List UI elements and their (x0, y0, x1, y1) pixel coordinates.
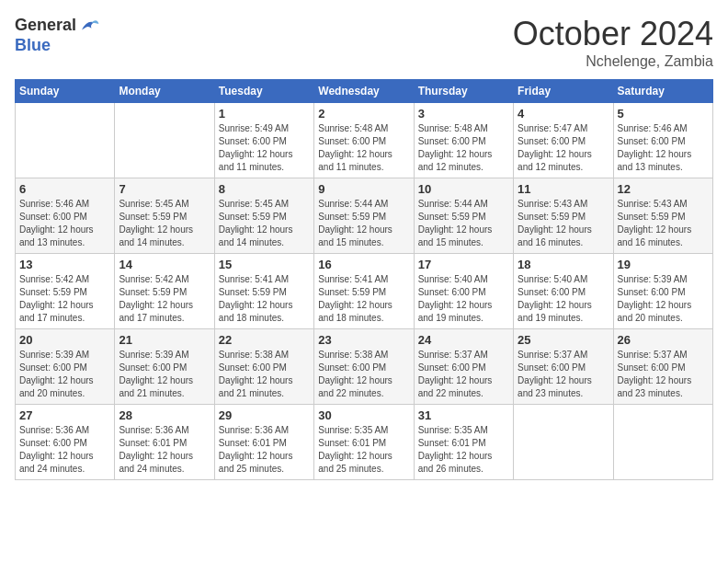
day-number: 26 (618, 333, 709, 347)
day-number: 27 (19, 408, 110, 422)
day-info: Sunrise: 5:36 AM Sunset: 6:00 PM Dayligh… (19, 424, 110, 476)
calendar-cell: 24Sunrise: 5:37 AM Sunset: 6:00 PM Dayli… (414, 329, 513, 405)
day-info: Sunrise: 5:43 AM Sunset: 5:59 PM Dayligh… (618, 198, 709, 249)
logo-general-text: General (15, 17, 76, 35)
calendar-cell: 21Sunrise: 5:39 AM Sunset: 6:00 PM Dayli… (115, 329, 214, 405)
day-number: 16 (318, 258, 409, 271)
day-number: 24 (418, 333, 509, 347)
calendar-cell: 30Sunrise: 5:35 AM Sunset: 6:01 PM Dayli… (314, 405, 414, 480)
day-info: Sunrise: 5:42 AM Sunset: 5:59 PM Dayligh… (119, 273, 210, 325)
calendar-cell: 1Sunrise: 5:49 AM Sunset: 6:00 PM Daylig… (214, 103, 313, 178)
day-info: Sunrise: 5:43 AM Sunset: 5:59 PM Dayligh… (518, 198, 609, 249)
calendar-cell: 27Sunrise: 5:36 AM Sunset: 6:00 PM Dayli… (16, 405, 115, 480)
calendar-week-row: 27Sunrise: 5:36 AM Sunset: 6:00 PM Dayli… (16, 405, 713, 480)
day-info: Sunrise: 5:41 AM Sunset: 5:59 PM Dayligh… (318, 273, 409, 325)
day-number: 10 (418, 182, 509, 196)
day-number: 4 (518, 107, 609, 121)
weekday-header: Monday (115, 80, 214, 103)
day-info: Sunrise: 5:45 AM Sunset: 5:59 PM Dayligh… (119, 198, 210, 249)
day-number: 28 (119, 408, 210, 422)
day-info: Sunrise: 5:35 AM Sunset: 6:01 PM Dayligh… (418, 424, 509, 476)
day-number: 30 (318, 408, 409, 422)
logo-blue-text: Blue (15, 37, 100, 55)
day-number: 2 (318, 107, 409, 121)
calendar-cell: 19Sunrise: 5:39 AM Sunset: 6:00 PM Dayli… (613, 254, 712, 329)
weekday-header: Wednesday (314, 80, 414, 103)
calendar-cell: 9Sunrise: 5:44 AM Sunset: 5:59 PM Daylig… (314, 178, 414, 254)
day-info: Sunrise: 5:40 AM Sunset: 6:00 PM Dayligh… (418, 273, 509, 325)
calendar-week-row: 1Sunrise: 5:49 AM Sunset: 6:00 PM Daylig… (16, 103, 713, 178)
day-number: 17 (418, 258, 509, 271)
calendar-cell: 6Sunrise: 5:46 AM Sunset: 6:00 PM Daylig… (16, 178, 115, 254)
day-info: Sunrise: 5:48 AM Sunset: 6:00 PM Dayligh… (418, 122, 509, 174)
day-number: 9 (318, 182, 409, 196)
calendar-cell (115, 103, 214, 178)
day-number: 15 (219, 258, 310, 271)
calendar-cell: 7Sunrise: 5:45 AM Sunset: 5:59 PM Daylig… (115, 178, 214, 254)
calendar-cell: 3Sunrise: 5:48 AM Sunset: 6:00 PM Daylig… (414, 103, 513, 178)
day-number: 5 (618, 107, 709, 121)
day-info: Sunrise: 5:37 AM Sunset: 6:00 PM Dayligh… (418, 349, 509, 400)
calendar-cell: 8Sunrise: 5:45 AM Sunset: 5:59 PM Daylig… (214, 178, 313, 254)
day-number: 21 (119, 333, 210, 347)
calendar-cell: 22Sunrise: 5:38 AM Sunset: 6:00 PM Dayli… (214, 329, 313, 405)
weekday-header: Sunday (16, 80, 115, 103)
day-info: Sunrise: 5:45 AM Sunset: 5:59 PM Dayligh… (219, 198, 310, 249)
calendar-week-row: 20Sunrise: 5:39 AM Sunset: 6:00 PM Dayli… (16, 329, 713, 405)
location-subtitle: Nchelenge, Zambia (513, 53, 713, 70)
day-info: Sunrise: 5:39 AM Sunset: 6:00 PM Dayligh… (119, 349, 210, 400)
day-number: 20 (19, 333, 110, 347)
day-number: 18 (518, 258, 609, 271)
calendar-cell: 16Sunrise: 5:41 AM Sunset: 5:59 PM Dayli… (314, 254, 414, 329)
calendar-cell: 5Sunrise: 5:46 AM Sunset: 6:00 PM Daylig… (613, 103, 712, 178)
day-info: Sunrise: 5:35 AM Sunset: 6:01 PM Dayligh… (318, 424, 409, 476)
day-info: Sunrise: 5:39 AM Sunset: 6:00 PM Dayligh… (618, 273, 709, 325)
calendar-table: SundayMondayTuesdayWednesdayThursdayFrid… (15, 79, 713, 480)
calendar-cell (514, 405, 613, 480)
day-number: 11 (518, 182, 609, 196)
calendar-cell: 29Sunrise: 5:36 AM Sunset: 6:01 PM Dayli… (214, 405, 313, 480)
calendar-cell: 13Sunrise: 5:42 AM Sunset: 5:59 PM Dayli… (16, 254, 115, 329)
calendar-cell: 14Sunrise: 5:42 AM Sunset: 5:59 PM Dayli… (115, 254, 214, 329)
title-block: October 2024 Nchelenge, Zambia (513, 15, 713, 70)
day-number: 31 (418, 408, 509, 422)
day-number: 1 (219, 107, 310, 121)
calendar-cell: 23Sunrise: 5:38 AM Sunset: 6:00 PM Dayli… (314, 329, 414, 405)
day-info: Sunrise: 5:38 AM Sunset: 6:00 PM Dayligh… (219, 349, 310, 400)
day-number: 29 (219, 408, 310, 422)
calendar-cell: 17Sunrise: 5:40 AM Sunset: 6:00 PM Dayli… (414, 254, 513, 329)
day-info: Sunrise: 5:37 AM Sunset: 6:00 PM Dayligh… (518, 349, 609, 400)
day-info: Sunrise: 5:37 AM Sunset: 6:00 PM Dayligh… (618, 349, 709, 400)
page-header: General Blue October 2024 Nchelenge, Zam… (15, 15, 713, 70)
day-number: 12 (618, 182, 709, 196)
day-number: 7 (119, 182, 210, 196)
day-number: 6 (19, 182, 110, 196)
day-info: Sunrise: 5:39 AM Sunset: 6:00 PM Dayligh… (19, 349, 110, 400)
calendar-cell: 4Sunrise: 5:47 AM Sunset: 6:00 PM Daylig… (514, 103, 613, 178)
day-info: Sunrise: 5:48 AM Sunset: 6:00 PM Dayligh… (318, 122, 409, 174)
day-info: Sunrise: 5:42 AM Sunset: 5:59 PM Dayligh… (19, 273, 110, 325)
day-number: 25 (518, 333, 609, 347)
weekday-header: Thursday (414, 80, 513, 103)
day-number: 8 (219, 182, 310, 196)
calendar-cell: 15Sunrise: 5:41 AM Sunset: 5:59 PM Dayli… (214, 254, 313, 329)
logo: General Blue (15, 15, 100, 55)
calendar-cell: 25Sunrise: 5:37 AM Sunset: 6:00 PM Dayli… (514, 329, 613, 405)
day-info: Sunrise: 5:47 AM Sunset: 6:00 PM Dayligh… (518, 122, 609, 174)
day-info: Sunrise: 5:41 AM Sunset: 5:59 PM Dayligh… (219, 273, 310, 325)
calendar-week-row: 6Sunrise: 5:46 AM Sunset: 6:00 PM Daylig… (16, 178, 713, 254)
day-number: 19 (618, 258, 709, 271)
weekday-header: Friday (514, 80, 613, 103)
calendar-cell: 18Sunrise: 5:40 AM Sunset: 6:00 PM Dayli… (514, 254, 613, 329)
day-info: Sunrise: 5:40 AM Sunset: 6:00 PM Dayligh… (518, 273, 609, 325)
calendar-cell (16, 103, 115, 178)
day-info: Sunrise: 5:49 AM Sunset: 6:00 PM Dayligh… (219, 122, 310, 174)
calendar-cell: 12Sunrise: 5:43 AM Sunset: 5:59 PM Dayli… (613, 178, 712, 254)
calendar-cell (613, 405, 712, 480)
day-number: 14 (119, 258, 210, 271)
day-info: Sunrise: 5:46 AM Sunset: 6:00 PM Dayligh… (618, 122, 709, 174)
day-info: Sunrise: 5:36 AM Sunset: 6:01 PM Dayligh… (119, 424, 210, 476)
calendar-cell: 11Sunrise: 5:43 AM Sunset: 5:59 PM Dayli… (514, 178, 613, 254)
day-number: 23 (318, 333, 409, 347)
day-info: Sunrise: 5:36 AM Sunset: 6:01 PM Dayligh… (219, 424, 310, 476)
